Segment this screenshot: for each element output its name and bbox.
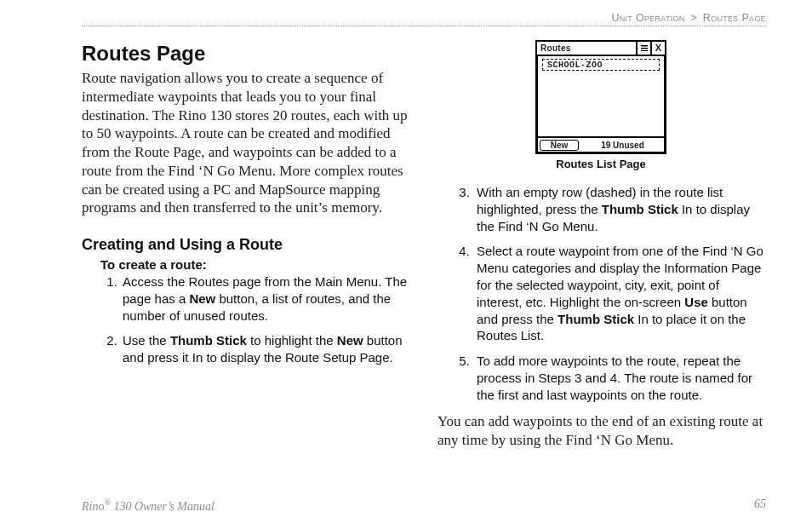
device-route-row: SCHOOL-ZOO — [542, 59, 660, 71]
device-titlebar: Routes X — [537, 42, 665, 56]
intro-paragraph: Route navigation allows you to create a … — [82, 69, 409, 217]
step-heading: To create a route: — [100, 257, 409, 272]
device-status: 19 Unused — [580, 138, 665, 152]
step-4: Select a route waypoint from one of the … — [473, 243, 764, 344]
step-2: Use the Thumb Stick to highlight the New… — [121, 332, 409, 366]
step-4-bold1: Use — [684, 295, 708, 309]
steps-right-list: With an empty row (dashed) in the route … — [437, 184, 764, 404]
page-footer: Rino® 130 Owner’s Manual 65 — [82, 497, 766, 514]
page-number: 65 — [754, 497, 766, 514]
menu-icon — [636, 42, 650, 55]
step-3-bold: Thumb Stick — [602, 202, 678, 216]
breadcrumb-section: Unit Operation — [611, 12, 684, 24]
footer-left: Rino® 130 Owner’s Manual — [82, 497, 214, 514]
step-5-text: To add more waypoints to the route, repe… — [477, 354, 752, 402]
device-body: SCHOOL-ZOO — [537, 56, 665, 136]
device-screenshot: Routes X SCHOOL-ZOO New 19 Unused — [535, 40, 666, 154]
step-4-bold2: Thumb Stick — [558, 312, 634, 326]
content-columns: Routes Page Route navigation allows you … — [82, 37, 766, 450]
device-new-button: New — [540, 140, 579, 151]
section-subtitle: Creating and Using a Route — [82, 236, 409, 254]
step-1: Access the Routes page from the Main Men… — [121, 273, 409, 324]
step-2-mid: to highlight the — [247, 333, 337, 348]
steps-left-list: Access the Routes page from the Main Men… — [100, 273, 409, 366]
footer-reg: ® — [104, 497, 110, 507]
footer-manual: 130 Owner’s Manual — [111, 500, 214, 513]
manual-page: Unit Operation > Routes Page Routes Page… — [0, 0, 812, 529]
step-5: To add more waypoints to the route, repe… — [473, 353, 764, 403]
device-title: Routes — [537, 42, 636, 55]
figure-caption: Routes List Page — [556, 158, 645, 170]
left-column: Routes Page Route navigation allows you … — [82, 37, 409, 450]
breadcrumb-page: Routes Page — [703, 12, 766, 24]
device-footer: New 19 Unused — [537, 136, 665, 152]
page-title: Routes Page — [82, 42, 409, 66]
step-2-bold2: New — [337, 333, 363, 348]
close-icon: X — [650, 42, 665, 55]
step-3: With an empty row (dashed) in the route … — [473, 184, 764, 234]
breadcrumb: Unit Operation > Routes Page — [82, 12, 766, 24]
step-2-pre: Use the — [123, 333, 170, 348]
step-1-bold: New — [189, 291, 215, 306]
step-2-bold1: Thumb Stick — [170, 333, 247, 348]
breadcrumb-sep: > — [690, 12, 697, 24]
closing-paragraph: You can add waypoints to the end of an e… — [437, 412, 764, 450]
right-column: Routes X SCHOOL-ZOO New 19 Unused Routes… — [437, 37, 764, 450]
footer-product: Rino — [82, 500, 104, 513]
device-figure: Routes X SCHOOL-ZOO New 19 Unused Routes… — [437, 40, 764, 170]
header-rule — [82, 26, 766, 26]
